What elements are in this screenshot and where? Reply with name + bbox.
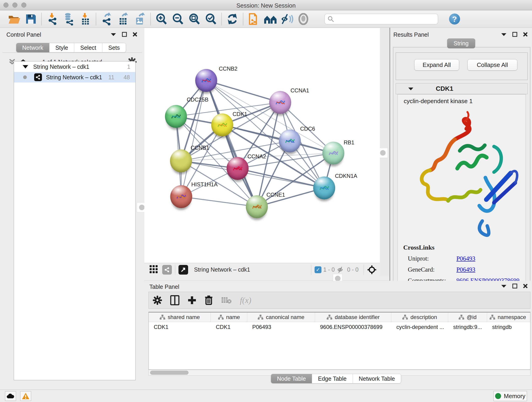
tab-string[interactable]: String: [447, 38, 475, 48]
crosslink-link[interactable]: P06493: [456, 266, 475, 273]
table-cell[interactable]: CDK1: [149, 322, 211, 332]
expand-all-button[interactable]: Expand All: [414, 59, 459, 70]
close-panel-icon[interactable]: [523, 283, 528, 288]
search-input[interactable]: [324, 14, 438, 24]
network-node-ccnb2[interactable]: [195, 69, 217, 92]
zoom-fit-button[interactable]: [186, 12, 203, 26]
table-row[interactable]: CDK1CDK1P064939606.ENSP00000378699cyclin…: [149, 322, 530, 332]
network-node-cdkn1a[interactable]: [313, 177, 335, 199]
column-tree-icon: [159, 314, 165, 320]
tab-edge-table[interactable]: Edge Table: [312, 374, 353, 383]
float-panel-icon[interactable]: [512, 32, 517, 37]
warnings-button[interactable]: [20, 391, 31, 401]
network-node-ccnb1[interactable]: [170, 149, 192, 172]
network-row-selected[interactable]: String Network – cdk1 11 48: [14, 72, 135, 83]
table-cell[interactable]: P06493: [247, 322, 315, 332]
close-panel-icon[interactable]: [523, 32, 528, 37]
column-header-namespace[interactable]: namespace: [487, 313, 530, 322]
import-database-button[interactable]: [60, 12, 77, 26]
column-header-canonical-name[interactable]: canonical name: [247, 313, 315, 322]
hide-unhide-button[interactable]: [279, 12, 295, 26]
help-button[interactable]: ?: [449, 13, 460, 25]
export-table-button[interactable]: [115, 12, 132, 26]
network-node-ccna1[interactable]: [269, 91, 291, 114]
network-node-rb1[interactable]: [322, 142, 344, 165]
network-node-cdc6[interactable]: [279, 129, 301, 153]
collapse-arrow-icon[interactable]: [23, 65, 28, 69]
import-table-button[interactable]: [77, 12, 94, 26]
show-graphics-button[interactable]: [295, 12, 312, 26]
delete-trash-icon[interactable]: [205, 295, 213, 305]
network-node-ccne1[interactable]: [246, 195, 268, 218]
cdk1-section-header[interactable]: CDK1: [396, 83, 528, 94]
columns-icon[interactable]: [170, 295, 179, 305]
birdseye-grid-icon[interactable]: [149, 265, 158, 274]
network-node-cdk1[interactable]: [211, 114, 233, 136]
network-edge[interactable]: [238, 168, 324, 188]
network-edge[interactable]: [206, 80, 257, 207]
tab-select[interactable]: Select: [74, 43, 102, 52]
network-overview-icon[interactable]: [162, 265, 172, 274]
search-icon: [327, 16, 334, 22]
cloud-icon: [7, 393, 14, 399]
network-edge[interactable]: [176, 102, 280, 116]
add-column-icon[interactable]: [188, 296, 196, 305]
panel-menu-icon[interactable]: [110, 32, 116, 36]
column-header-shared-name[interactable]: shared name: [149, 313, 211, 322]
tab-network-table[interactable]: Network Table: [353, 374, 401, 383]
network-edge[interactable]: [206, 80, 280, 102]
network-canvas[interactable]: CCNB2CCNA1CDC25BCDK1CDC6RB1CCNB1CCNA2CDK…: [144, 28, 380, 263]
crosslink-link[interactable]: P06493: [456, 255, 475, 262]
export-network-button[interactable]: [99, 12, 115, 26]
export-image-button[interactable]: [132, 12, 148, 26]
collapse-all-button[interactable]: Collapse All: [467, 59, 517, 70]
detach-view-icon[interactable]: [178, 265, 188, 274]
import-network-button[interactable]: [44, 12, 60, 26]
refresh-button[interactable]: [224, 12, 241, 26]
save-session-button[interactable]: [22, 12, 39, 26]
collapse-arrow-icon[interactable]: [408, 87, 414, 91]
memory-status-dot: [495, 393, 501, 399]
refresh-icon: [226, 13, 238, 25]
table-cell[interactable]: cyclin-dependent ...: [391, 322, 448, 332]
home-button[interactable]: [262, 12, 279, 26]
node-label-cdkn1a: CDKN1A: [335, 173, 357, 179]
network-collection-row[interactable]: String Network – cdk1 1: [14, 61, 135, 72]
toolbar-separator: [221, 13, 222, 25]
panel-menu-icon[interactable]: [501, 32, 507, 36]
column-header-name[interactable]: name: [211, 313, 247, 322]
network-node-hist1h1a[interactable]: [170, 185, 192, 208]
table-cell[interactable]: 9606.ENSP00000378699: [315, 322, 391, 332]
scrollbar-thumb[interactable]: [150, 370, 189, 375]
cloud-button[interactable]: [5, 391, 16, 401]
network-edge[interactable]: [181, 197, 257, 207]
locate-crosshair-icon[interactable]: [367, 265, 377, 274]
float-panel-icon[interactable]: [122, 32, 127, 37]
tab-node-table[interactable]: Node Table: [271, 374, 312, 383]
tab-network[interactable]: Network: [16, 43, 50, 52]
open-file-button[interactable]: [6, 12, 22, 26]
gear-icon[interactable]: [153, 296, 162, 305]
network-node-ccna2[interactable]: [227, 157, 249, 180]
table-cell[interactable]: stringdb: [487, 322, 530, 332]
save-icon: [25, 13, 36, 25]
tab-style[interactable]: Style: [50, 43, 75, 52]
network-node-cdc25b[interactable]: [165, 105, 187, 128]
zoom-in-button[interactable]: [153, 12, 170, 26]
float-panel-icon[interactable]: [512, 283, 517, 288]
table-cell[interactable]: CDK1: [211, 322, 247, 332]
column-header-database-identifier[interactable]: database identifier: [315, 313, 391, 322]
memory-button[interactable]: Memory: [494, 391, 527, 401]
edge-count: 48: [123, 74, 130, 81]
column-header-description[interactable]: description: [391, 313, 448, 322]
tab-sets[interactable]: Sets: [102, 43, 126, 52]
clone-network-button[interactable]: [246, 12, 262, 26]
zoom-selected-button[interactable]: [203, 12, 219, 26]
houses-icon: [264, 13, 277, 25]
table-cell[interactable]: stringdb:9...: [448, 322, 487, 332]
column-header--id[interactable]: @id: [448, 313, 487, 322]
panel-menu-icon[interactable]: [501, 284, 507, 288]
zoom-out-button[interactable]: [170, 12, 186, 26]
close-panel-icon[interactable]: [133, 32, 138, 37]
selected-nodes-checkbox[interactable]: ✓: [315, 266, 322, 273]
